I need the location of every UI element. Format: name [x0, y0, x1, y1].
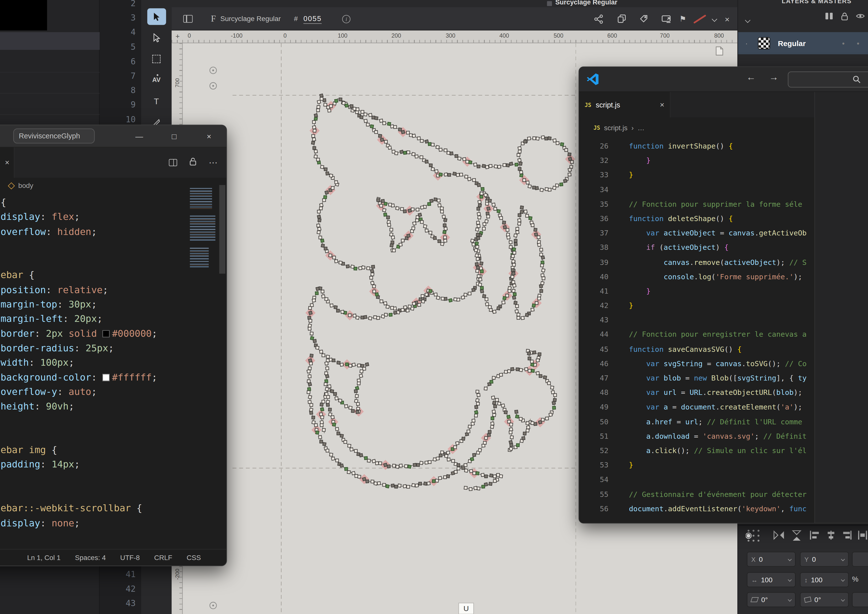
maximize-button[interactable]: □ [157, 125, 192, 148]
lock-icon[interactable] [841, 12, 848, 23]
code-line: border: 2px solid #000000; [0, 326, 226, 341]
copy-icon[interactable] [617, 7, 626, 30]
css-window-titlebar[interactable]: ReviviscenceGlyph — □ × [0, 125, 226, 148]
scrollbar-thumb[interactable] [219, 185, 225, 274]
tool-node-select[interactable] [147, 30, 166, 46]
flip-vertical-icon[interactable] [791, 530, 802, 544]
list-item: 2 [100, 0, 136, 11]
cast-icon[interactable] [662, 7, 671, 30]
code-editor[interactable]: 26function invertShape() {32 }33}3435// … [579, 138, 814, 523]
tab-close-icon[interactable]: × [660, 100, 664, 109]
guide-handle[interactable] [210, 82, 217, 89]
breadcrumb-file[interactable]: script.js [604, 124, 628, 132]
rotation-field[interactable]: 0° [800, 592, 849, 607]
code-line: 51 a.download = 'canvas.svg'; // Définit [579, 429, 814, 444]
chevron-down-icon[interactable] [841, 598, 845, 602]
font-info-icon[interactable]: F [211, 7, 216, 30]
minimize-button[interactable]: — [122, 125, 157, 148]
tab-close-icon[interactable]: × [5, 158, 9, 167]
tool-kerning[interactable]: AV [147, 72, 166, 88]
share-nodes-icon[interactable] [594, 7, 603, 30]
breadcrumb-symbol[interactable]: body [18, 182, 33, 190]
skew-field[interactable]: 0° [747, 592, 795, 607]
list-item: 41 [100, 567, 136, 582]
align-left-icon[interactable] [809, 530, 819, 543]
list-item: 9 [100, 98, 136, 112]
note-icon[interactable] [715, 46, 724, 58]
chevron-down-icon[interactable] [788, 578, 792, 582]
align-right-icon[interactable] [842, 530, 852, 543]
close-icon[interactable]: × [725, 7, 730, 30]
partial-field[interactable] [852, 552, 868, 567]
x-position-field[interactable]: X 0 [747, 552, 795, 567]
search-icon [852, 75, 861, 84]
code-line: 42} [579, 298, 814, 313]
more-actions-icon[interactable]: ⋯ [209, 157, 218, 168]
split-editor-icon[interactable] [169, 159, 177, 166]
back-arrow-icon[interactable]: ← [746, 72, 756, 83]
chevron-down-icon[interactable] [841, 578, 845, 582]
code-line: 26function invertShape() { [579, 139, 814, 154]
js-file-icon: JS [585, 102, 591, 108]
guide-handle[interactable] [210, 67, 217, 74]
command-center-title[interactable]: ReviviscenceGlyph [13, 129, 95, 143]
command-center-search[interactable] [788, 72, 868, 88]
layer-thumbnail[interactable] [758, 37, 770, 49]
distribute-icon[interactable] [858, 530, 868, 543]
toolbar-font-name[interactable]: Surcyclage Regular [220, 7, 281, 30]
chevron-down-icon[interactable] [746, 14, 750, 24]
forward-arrow-icon[interactable]: → [769, 72, 778, 83]
glyph-code-field[interactable]: 0055 [303, 7, 322, 30]
list-item: 4 [100, 25, 136, 40]
code-line: border-radius: 25px; [0, 341, 226, 355]
tool-pointer[interactable] [147, 8, 166, 25]
height-scale-field[interactable]: ↕ 100 [800, 572, 849, 587]
window-controls: — □ × [122, 125, 226, 148]
tag-icon[interactable] [639, 7, 648, 30]
panels-icon[interactable] [183, 7, 193, 30]
minimap-block [190, 215, 215, 241]
flag-icon[interactable]: ⚑ [679, 7, 686, 30]
code-line: position: relative; [0, 283, 226, 297]
columns-icon[interactable] [825, 12, 833, 23]
tab-script-js[interactable]: JS script.js × [579, 92, 670, 117]
origin-selector-icon[interactable] [746, 528, 761, 546]
flip-horizontal-icon[interactable] [773, 530, 785, 543]
chevron-down-icon[interactable] [841, 557, 845, 561]
align-center-icon[interactable] [826, 530, 836, 543]
code-line: overflow-y: auto; [0, 384, 226, 399]
minimap-block [190, 188, 212, 209]
code-line: 38 if (activeObject) { [579, 241, 814, 255]
breadcrumb[interactable]: JS script.js › … [579, 117, 814, 138]
list-item: 6 [100, 54, 136, 69]
tab-css-file[interactable]: × [0, 147, 14, 178]
tool-transform[interactable] [147, 51, 166, 67]
minimap[interactable] [190, 188, 215, 274]
chevron-down-icon[interactable] [788, 598, 792, 602]
list-item: 7 [100, 68, 136, 83]
info-icon[interactable]: i [342, 7, 350, 30]
pencil-icon[interactable] [693, 7, 707, 30]
glyph-cell-label[interactable]: U [459, 603, 474, 614]
breadcrumb-more[interactable]: … [638, 124, 645, 132]
tool-text[interactable]: T [147, 93, 166, 109]
guide-handle[interactable] [210, 602, 217, 609]
js-file-icon: JS [594, 124, 600, 131]
partial-field[interactable] [852, 592, 868, 607]
close-button[interactable]: × [192, 125, 226, 148]
sidebar-row-divider [0, 93, 100, 93]
glyph-contour[interactable] [343, 103, 519, 166]
width-scale-field[interactable]: ↔ 100 [747, 572, 795, 587]
sidebar-selected-row[interactable] [0, 32, 100, 50]
chevron-down-icon[interactable] [713, 7, 716, 30]
y-position-field[interactable]: Y 0 [800, 552, 849, 567]
chevron-down-icon[interactable] [788, 557, 792, 561]
empty-editor-area [814, 92, 868, 523]
eye-icon[interactable] [856, 12, 865, 23]
layer-row-regular[interactable]: · Regular •• [738, 32, 868, 54]
lock-icon[interactable] [189, 157, 197, 168]
layer-indicators[interactable]: •• [842, 39, 859, 48]
status-bar[interactable]: Ln 1, Col 1Spaces: 4UTF-8CRLFCSS [0, 549, 226, 566]
transform-panel: X 0 Y 0 ↔ 100 ↕ 100 [738, 525, 868, 614]
vscode-titlebar[interactable]: ← → [579, 67, 868, 92]
